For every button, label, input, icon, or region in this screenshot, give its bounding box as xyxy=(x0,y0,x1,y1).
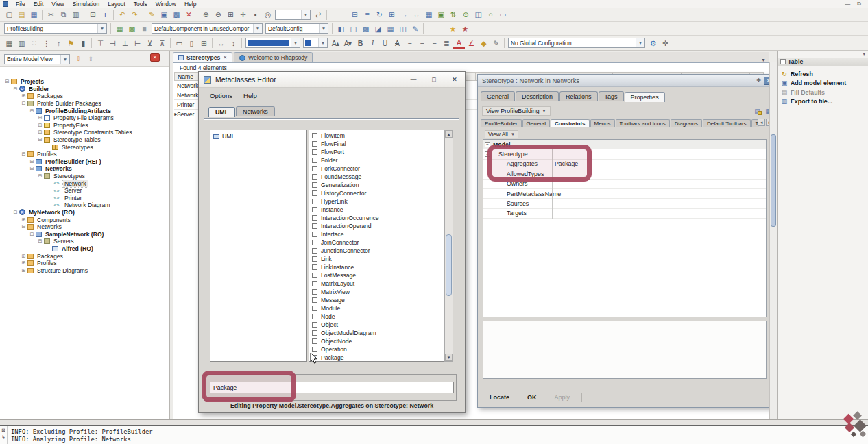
property-row[interactable]: Owners xyxy=(483,180,766,189)
table-view-icon[interactable]: ▥ xyxy=(15,37,27,49)
menu-options[interactable]: Options xyxy=(204,92,238,99)
metaclass-checkbox[interactable] xyxy=(312,149,317,155)
ok-button[interactable]: OK xyxy=(521,393,543,402)
tree-item[interactable]: ⊞Packages xyxy=(3,252,169,260)
tree-item[interactable]: ⊟Networks xyxy=(3,223,169,231)
align-top-icon[interactable]: ⊤ xyxy=(94,37,106,49)
metaclass-checkbox[interactable] xyxy=(312,232,317,237)
capture-icon[interactable]: ▩ xyxy=(170,9,182,21)
tree-item[interactable]: ⊞Structure Diagrams xyxy=(3,267,169,274)
layout-bottom-icon[interactable]: ◪ xyxy=(372,23,384,34)
metaclass-checkbox[interactable] xyxy=(312,199,317,204)
stop-build-icon[interactable]: ■ xyxy=(138,23,150,34)
view-profile-dropdown[interactable]: View ProfileBuilding ▼ xyxy=(482,106,551,116)
metaclass-item[interactable]: Module xyxy=(309,304,444,312)
table-panel-header[interactable]: − Table xyxy=(778,58,868,66)
grid-icon[interactable]: ▦ xyxy=(3,37,15,49)
metaclass-checkbox[interactable] xyxy=(312,133,317,138)
metaclass-checkbox[interactable] xyxy=(312,248,317,254)
font-color-icon[interactable]: A xyxy=(453,37,465,49)
delete-icon[interactable]: ✕ xyxy=(182,9,195,21)
minimize-icon[interactable]: — xyxy=(403,72,424,87)
align-left-icon[interactable]: ⊢ xyxy=(131,37,143,49)
features-title-bar[interactable]: Stereotype : Network in Networks ✛ ✕ xyxy=(478,75,776,87)
scroll-down-icon[interactable]: ▼ xyxy=(445,354,453,361)
action-refresh[interactable]: ↻Refresh xyxy=(781,69,866,79)
underline-icon[interactable]: U xyxy=(378,37,391,49)
build-icon[interactable]: ▦ xyxy=(113,23,125,34)
metaclass-item[interactable]: FoundMessage xyxy=(309,173,444,181)
metaclass-item[interactable]: Node xyxy=(309,312,444,321)
component-select[interactable]: DefaultComponent in UnusedCompor▼ xyxy=(152,23,263,34)
layout-table-icon[interactable]: ▦ xyxy=(384,23,396,34)
paste-icon[interactable]: ▥ xyxy=(69,9,82,21)
state-tool-icon[interactable]: ○ xyxy=(484,9,496,21)
pan-icon[interactable]: ✛ xyxy=(237,9,249,21)
metaclass-item[interactable]: HistoryConnector xyxy=(309,189,444,197)
minimize-window-icon[interactable]: — xyxy=(845,1,850,8)
relation-tool-icon[interactable]: ↔ xyxy=(410,9,422,21)
tree-item[interactable]: ⊞Profiles xyxy=(3,260,169,267)
property-row[interactable]: −Stereotype xyxy=(483,149,766,159)
close-browser-icon[interactable]: ✕ xyxy=(150,53,160,62)
expander-icon[interactable]: ⊟ xyxy=(21,224,27,230)
subject-tab-menus[interactable]: Menus xyxy=(590,119,615,127)
info-icon[interactable]: i xyxy=(99,9,111,21)
tree-item[interactable]: ⊞Property File Diagrams xyxy=(3,114,169,122)
dialog-tab-networks[interactable]: Networks xyxy=(236,106,275,116)
selected-metaclass-input[interactable] xyxy=(210,382,454,393)
tree-item[interactable]: «»Server xyxy=(3,187,169,195)
block-icon[interactable]: ▮ xyxy=(77,37,89,49)
tree-item[interactable]: ⊟Networks xyxy=(3,165,169,173)
space-v-icon[interactable]: ↕ xyxy=(227,37,239,49)
layout-edit-icon[interactable]: ✎ xyxy=(409,23,421,34)
metaclass-checkbox[interactable] xyxy=(312,158,317,163)
collapse-icon[interactable]: − xyxy=(780,59,786,64)
favorites-manage-icon[interactable]: ★ xyxy=(459,23,471,34)
log-nav-icon[interactable]: ↳ xyxy=(1,434,5,440)
metaclass-item[interactable]: LostMessage xyxy=(309,271,444,280)
tab-scroll-left-icon[interactable]: ◄ xyxy=(758,119,765,126)
metaclass-checkbox[interactable] xyxy=(312,240,317,245)
font-increase-icon[interactable]: A▴ xyxy=(329,37,341,49)
metaclass-checkbox[interactable] xyxy=(312,281,317,286)
metaclass-item[interactable]: Interface xyxy=(309,230,444,238)
scroll-up-icon[interactable]: ▲ xyxy=(445,130,453,138)
line-color-icon[interactable]: ∠ xyxy=(465,37,477,49)
metaclass-checkbox[interactable] xyxy=(312,322,317,328)
expander-icon[interactable]: ⊞ xyxy=(21,260,27,266)
scrollbar-thumb[interactable] xyxy=(771,134,776,227)
property-row[interactable]: PartMetaclassName xyxy=(483,189,766,199)
tab-description[interactable]: Description xyxy=(516,91,559,101)
metaclass-checkbox[interactable] xyxy=(312,297,317,303)
panel-controls[interactable]: ▾ xyxy=(863,51,865,57)
metaclass-checkbox[interactable] xyxy=(312,264,317,270)
tree-item[interactable]: ⊟Stereotypes xyxy=(3,173,169,180)
menu-help[interactable]: Help xyxy=(238,92,263,99)
tab-stereotypes[interactable]: Stereotypes✕ xyxy=(173,52,232,62)
column-header-name[interactable]: Name xyxy=(178,73,193,80)
expander-icon[interactable]: ⊟ xyxy=(29,166,35,171)
tree-item[interactable]: ⊞ProfileBuilder (REF) xyxy=(3,158,169,166)
same-height-icon[interactable]: ▯ xyxy=(185,37,197,49)
close-icon[interactable]: ✕ xyxy=(444,72,465,87)
swap-tool-icon[interactable]: ⇅ xyxy=(447,9,459,21)
goto-icon[interactable]: ▣ xyxy=(158,9,170,21)
property-row[interactable]: AggregatesPackage xyxy=(483,160,766,169)
subject-tab-constraints[interactable]: Constraints xyxy=(551,119,589,127)
expander-icon[interactable]: ⊟ xyxy=(29,232,35,237)
global-config-select[interactable]: No Global Configuration▼ xyxy=(508,38,645,48)
metaclass-item[interactable]: Instance xyxy=(309,206,444,214)
tree-item[interactable]: Stereotypes xyxy=(3,143,169,151)
matrix-tool-icon[interactable]: ▦ xyxy=(422,9,435,21)
expander-icon[interactable]: ⊞ xyxy=(21,217,27,223)
metaclass-checkbox[interactable] xyxy=(312,306,317,311)
expander-icon[interactable]: ⊞ xyxy=(21,268,27,273)
subject-tab-general[interactable]: General xyxy=(522,119,550,127)
tree-item[interactable]: ⊞Stereotype Constraints Tables xyxy=(3,129,169,136)
hierarchy-tool-icon[interactable]: ≡ xyxy=(361,9,373,21)
rebuild-icon[interactable]: ▩ xyxy=(125,23,138,34)
expander-icon[interactable]: ⊞ xyxy=(29,159,35,164)
nodes-icon[interactable]: ∷ xyxy=(27,37,40,49)
layout-cascade-icon[interactable]: ◫ xyxy=(396,23,409,34)
